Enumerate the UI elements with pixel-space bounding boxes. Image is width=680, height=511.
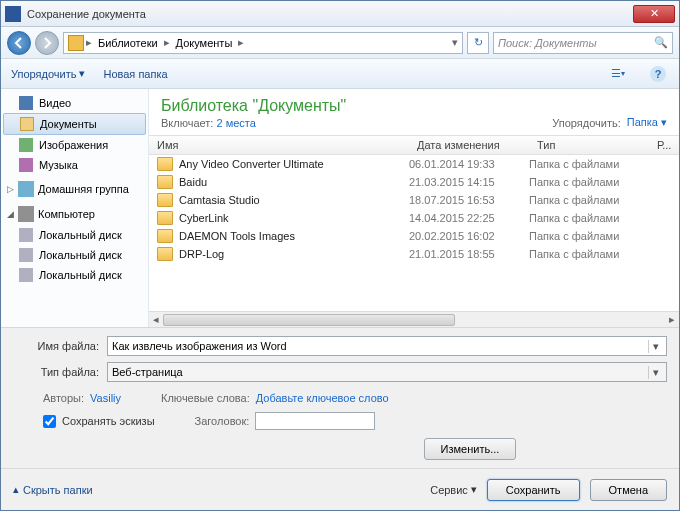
homegroup-icon xyxy=(18,181,34,197)
title-label: Заголовок: xyxy=(195,415,250,427)
breadcrumb[interactable]: ▸ Библиотеки ▸ Документы ▸ ▾ xyxy=(63,32,463,54)
arrange-dropdown[interactable]: Папка ▾ xyxy=(627,116,667,129)
arrow-left-icon xyxy=(13,37,25,49)
col-date[interactable]: Дата изменения xyxy=(409,139,529,151)
folder-icon xyxy=(157,229,173,243)
col-type[interactable]: Тип xyxy=(529,139,649,151)
refresh-button[interactable]: ↻ xyxy=(467,32,489,54)
organize-button[interactable]: Упорядочить▾ xyxy=(11,67,85,80)
file-date: 18.07.2015 16:53 xyxy=(409,194,529,206)
chevron-right-icon: ▸ xyxy=(238,36,244,49)
search-placeholder: Поиск: Документы xyxy=(498,37,597,49)
help-button[interactable]: ? xyxy=(647,64,669,84)
keywords-value[interactable]: Добавьте ключевое слово xyxy=(256,392,389,404)
file-name: Any Video Converter Ultimate xyxy=(179,158,409,170)
image-icon xyxy=(19,138,33,152)
scroll-right-icon[interactable]: ▸ xyxy=(665,313,679,326)
file-name: CyberLink xyxy=(179,212,409,224)
save-button[interactable]: Сохранить xyxy=(487,479,580,501)
scroll-thumb[interactable] xyxy=(163,314,455,326)
file-type: Папка с файлами xyxy=(529,176,649,188)
file-list[interactable]: Any Video Converter Ultimate06.01.2014 1… xyxy=(149,155,679,311)
file-date: 21.03.2015 14:15 xyxy=(409,176,529,188)
disk-icon xyxy=(19,228,33,242)
scroll-left-icon[interactable]: ◂ xyxy=(149,313,163,326)
chevron-down-icon[interactable]: ▾ xyxy=(648,340,662,353)
forward-button[interactable] xyxy=(35,31,59,55)
save-thumbs-label: Сохранять эскизы xyxy=(62,415,155,427)
save-dialog: Сохранение документа ✕ ▸ Библиотеки ▸ До… xyxy=(0,0,680,511)
search-input[interactable]: Поиск: Документы 🔍 xyxy=(493,32,673,54)
chevron-down-icon[interactable]: ▾ xyxy=(648,366,662,379)
folder-icon xyxy=(157,175,173,189)
new-folder-button[interactable]: Новая папка xyxy=(103,68,167,80)
file-date: 06.01.2014 19:33 xyxy=(409,158,529,170)
filetype-dropdown[interactable]: Веб-страница▾ xyxy=(107,362,667,382)
search-icon: 🔍 xyxy=(654,36,668,49)
chevron-down-icon: ▾ xyxy=(661,116,667,128)
library-subtitle: Включает: 2 места xyxy=(161,117,552,129)
library-header: Библиотека "Документы" Включает: 2 места… xyxy=(149,89,679,135)
sidebar-item-disk[interactable]: Локальный диск xyxy=(1,245,148,265)
triangle-icon: ▷ xyxy=(7,184,14,194)
app-icon xyxy=(5,6,21,22)
chevron-down-icon[interactable]: ▾ xyxy=(452,36,458,49)
chevron-right-icon: ▸ xyxy=(164,36,170,49)
sidebar-item-disk[interactable]: Локальный диск xyxy=(1,225,148,245)
hide-folders-button[interactable]: ▴ Скрыть папки xyxy=(13,483,93,496)
computer-icon xyxy=(18,206,34,222)
breadcrumb-seg[interactable]: Документы xyxy=(172,37,237,49)
col-size[interactable]: Р... xyxy=(649,139,679,151)
save-thumbs-checkbox[interactable] xyxy=(43,415,56,428)
window-title: Сохранение документа xyxy=(27,8,633,20)
sidebar-item-images[interactable]: Изображения xyxy=(1,135,148,155)
chevron-down-icon: ▾ xyxy=(621,69,625,78)
table-row[interactable]: Any Video Converter Ultimate06.01.2014 1… xyxy=(149,155,679,173)
folder-icon xyxy=(157,211,173,225)
filename-input[interactable]: Как извлечь изображения из Word▾ xyxy=(107,336,667,356)
horizontal-scrollbar[interactable]: ◂ ▸ xyxy=(149,311,679,327)
body: Видео Документы Изображения Музыка ▷Дома… xyxy=(1,89,679,327)
sidebar-item-documents[interactable]: Документы xyxy=(3,113,146,135)
disk-icon xyxy=(19,248,33,262)
includes-link[interactable]: 2 места xyxy=(216,117,255,129)
sidebar-group-homegroup[interactable]: ▷Домашняя группа xyxy=(1,175,148,200)
navbar: ▸ Библиотеки ▸ Документы ▸ ▾ ↻ Поиск: До… xyxy=(1,27,679,59)
help-icon: ? xyxy=(650,66,666,82)
breadcrumb-seg[interactable]: Библиотеки xyxy=(94,37,162,49)
change-button[interactable]: Изменить... xyxy=(424,438,517,460)
sidebar-item-disk[interactable]: Локальный диск xyxy=(1,265,148,285)
view-mode-button[interactable]: ☰▾ xyxy=(607,64,629,84)
table-row[interactable]: DAEMON Tools Images20.02.2015 16:02Папка… xyxy=(149,227,679,245)
table-row[interactable]: Baidu21.03.2015 14:15Папка с файлами xyxy=(149,173,679,191)
save-fields: Имя файла: Как извлечь изображения из Wo… xyxy=(1,327,679,468)
cancel-button[interactable]: Отмена xyxy=(590,479,667,501)
file-name: DAEMON Tools Images xyxy=(179,230,409,242)
table-row[interactable]: CyberLink14.04.2015 22:25Папка с файлами xyxy=(149,209,679,227)
close-button[interactable]: ✕ xyxy=(633,5,675,23)
sidebar-item-video[interactable]: Видео xyxy=(1,93,148,113)
footer: ▴ Скрыть папки Сервис ▾ Сохранить Отмена xyxy=(1,468,679,510)
file-type: Папка с файлами xyxy=(529,194,649,206)
file-type: Папка с файлами xyxy=(529,248,649,260)
file-name: DRP-Log xyxy=(179,248,409,260)
filename-label: Имя файла: xyxy=(13,340,99,352)
chevron-down-icon: ▾ xyxy=(79,67,85,80)
service-dropdown[interactable]: Сервис ▾ xyxy=(430,483,477,496)
col-name[interactable]: Имя xyxy=(149,139,409,151)
list-icon: ☰ xyxy=(611,67,621,80)
arrange-label: Упорядочить: xyxy=(552,117,621,129)
back-button[interactable] xyxy=(7,31,31,55)
sidebar-item-music[interactable]: Музыка xyxy=(1,155,148,175)
authors-value[interactable]: Vasiliy xyxy=(90,392,121,404)
file-name: Camtasia Studio xyxy=(179,194,409,206)
chevron-right-icon: ▸ xyxy=(86,36,92,49)
sidebar-group-computer[interactable]: ◢Компьютер xyxy=(1,200,148,225)
table-row[interactable]: Camtasia Studio18.07.2015 16:53Папка с ф… xyxy=(149,191,679,209)
title-input[interactable] xyxy=(255,412,375,430)
file-type: Папка с файлами xyxy=(529,230,649,242)
table-row[interactable]: DRP-Log21.01.2015 18:55Папка с файлами xyxy=(149,245,679,263)
music-icon xyxy=(19,158,33,172)
keywords-label: Ключевые слова: xyxy=(161,392,250,404)
chevron-down-icon: ▾ xyxy=(471,483,477,496)
